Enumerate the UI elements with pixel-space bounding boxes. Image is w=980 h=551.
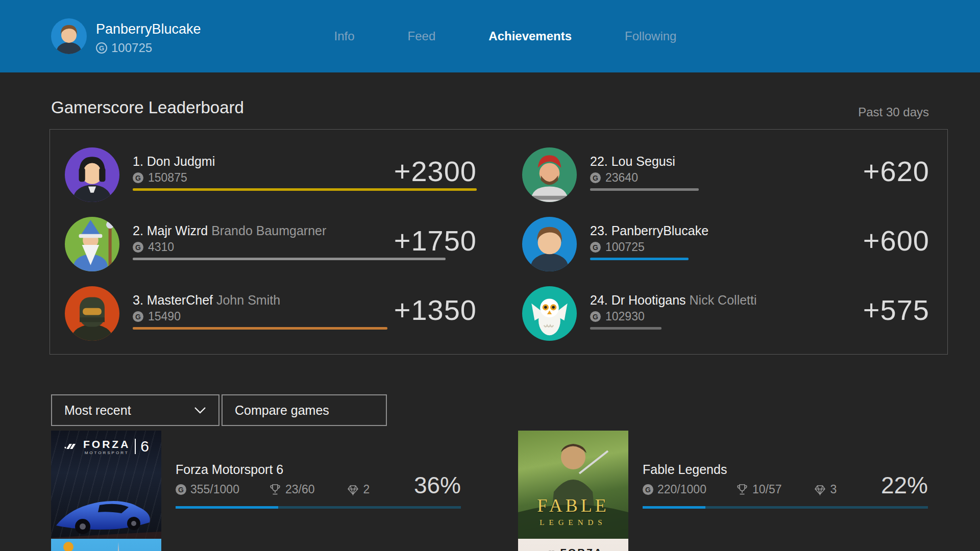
- gamerscore-icon: G: [590, 242, 601, 253]
- score-bar: [133, 188, 477, 191]
- gem-icon: [814, 484, 826, 496]
- score-delta: +2300: [394, 155, 477, 188]
- game-tile-fable-legends[interactable]: FABLE LEGENDS: [518, 431, 628, 542]
- leaderboard-row-3[interactable]: 3. MasterChef John Smith G 15490 +1350: [65, 286, 477, 341]
- leaderboard-row-1[interactable]: 1. Don Judgmi G 150875 +2300: [65, 147, 477, 202]
- leaderboard-row-23[interactable]: 23. PanberryBlucake G 100725 +600: [522, 217, 929, 271]
- gamerscore-icon: G: [643, 484, 653, 495]
- player-gamerscore: G 100725: [590, 240, 645, 254]
- score-delta: +575: [863, 293, 929, 327]
- gem-icon: [347, 484, 359, 496]
- gamerscore-icon: G: [133, 172, 143, 183]
- forza-logo: FORZA: [518, 547, 628, 551]
- game-stats: G 355/1000 23/60 2: [176, 483, 370, 496]
- game-achievements: 10/57: [752, 483, 782, 496]
- game-completion-percent: 22%: [847, 471, 928, 499]
- forza-flag-icon: [544, 549, 557, 551]
- profile-header: PanberryBlucake G 100725 Info Feed Achie…: [0, 0, 980, 72]
- forza-flag-icon: [63, 442, 79, 451]
- gamerscore-icon: G: [133, 311, 143, 322]
- gamerscore-icon: G: [133, 242, 143, 253]
- forza-logo: FORZA MOTORSPORT 6: [51, 438, 161, 455]
- game-progress-bar: [176, 506, 461, 509]
- score-delta: +600: [863, 224, 929, 257]
- game-achievements: 23/60: [285, 483, 315, 496]
- page-title: Gamerscore Leaderboard: [51, 98, 244, 117]
- chevron-down-icon: [194, 407, 206, 414]
- avatar-masterchef: [65, 286, 119, 341]
- leaderboard-panel: 1. Don Judgmi G 150875 +2300 2. Maj: [50, 129, 948, 355]
- score-delta: +620: [863, 155, 929, 188]
- player-name: 3. MasterChef John Smith: [133, 293, 280, 308]
- avatar-lou-segusi: [522, 147, 577, 202]
- tab-following[interactable]: Following: [625, 29, 676, 43]
- trophy-icon: [269, 483, 281, 496]
- game-tile-partial-left[interactable]: [51, 539, 161, 551]
- tab-feed[interactable]: Feed: [408, 29, 436, 43]
- player-gamerscore: G 102930: [590, 310, 645, 323]
- game-gamerscore: 220/1000: [657, 483, 706, 496]
- score-bar: [133, 327, 387, 330]
- score-delta: +1750: [394, 224, 477, 257]
- score-delta: +1350: [394, 293, 477, 327]
- game-title: Forza Motorsport 6: [176, 462, 283, 477]
- sort-dropdown[interactable]: Most recent: [51, 394, 219, 426]
- score-bar: [590, 258, 689, 260]
- profile-tabs: Info Feed Achievements Following: [0, 0, 980, 72]
- fable-logo: FABLE: [518, 495, 628, 516]
- game-title: Fable Legends: [643, 462, 727, 477]
- player-gamerscore: G 23640: [590, 171, 638, 185]
- player-name: 22. Lou Segusi: [590, 154, 675, 169]
- game-tile-forza-motorsport-6[interactable]: FORZA MOTORSPORT 6: [51, 431, 161, 542]
- tab-achievements[interactable]: Achievements: [488, 29, 572, 43]
- avatar-majr-wizrd: [65, 217, 119, 271]
- game-progress-fill: [176, 506, 278, 509]
- score-bar: [133, 258, 446, 260]
- gamerscore-icon: G: [176, 484, 186, 495]
- avatar-don-judgmi: [65, 147, 119, 202]
- period-label: Past 30 days: [858, 105, 929, 119]
- game-progress-fill: [643, 506, 705, 509]
- compare-games-button[interactable]: Compare games: [222, 394, 387, 426]
- leaderboard-row-24[interactable]: 24. Dr Hootigans Nick Colletti G 102930 …: [522, 286, 929, 341]
- sort-dropdown-value: Most recent: [64, 403, 131, 418]
- blue-landscape-art: [51, 539, 161, 551]
- score-bar: [590, 327, 662, 330]
- player-name: 1. Don Judgmi: [133, 154, 215, 169]
- player-name: 24. Dr Hootigans Nick Colletti: [590, 293, 757, 308]
- avatar-panberryblucake: [522, 217, 577, 271]
- game-challenges: 2: [363, 483, 370, 496]
- leaderboard-row-2[interactable]: 2. Majr Wizrd Brando Baumgarner G 4310 +…: [65, 217, 477, 271]
- gamerscore-icon: G: [590, 311, 601, 322]
- game-progress-bar: [643, 506, 928, 509]
- game-completion-percent: 36%: [380, 471, 461, 499]
- game-stats: G 220/1000 10/57 3: [643, 483, 837, 496]
- player-name: 2. Majr Wizrd Brando Baumgarner: [133, 223, 326, 238]
- game-gamerscore: 355/1000: [190, 483, 239, 496]
- player-gamerscore: G 15490: [133, 310, 181, 323]
- game-challenges: 3: [830, 483, 837, 496]
- avatar-dr-hootigans: [522, 286, 577, 341]
- trophy-icon: [736, 483, 748, 496]
- player-gamerscore: G 4310: [133, 240, 174, 254]
- score-bar: [590, 188, 699, 191]
- compare-games-label: Compare games: [235, 403, 329, 418]
- player-name: 23. PanberryBlucake: [590, 223, 708, 238]
- player-gamerscore: G 150875: [133, 171, 187, 185]
- game-tile-partial-right[interactable]: FORZA: [518, 539, 628, 551]
- gamerscore-icon: G: [590, 172, 601, 183]
- tab-info[interactable]: Info: [334, 29, 355, 43]
- blue-car-art: [51, 475, 161, 542]
- leaderboard-row-22[interactable]: 22. Lou Segusi G 23640 +620: [522, 147, 929, 202]
